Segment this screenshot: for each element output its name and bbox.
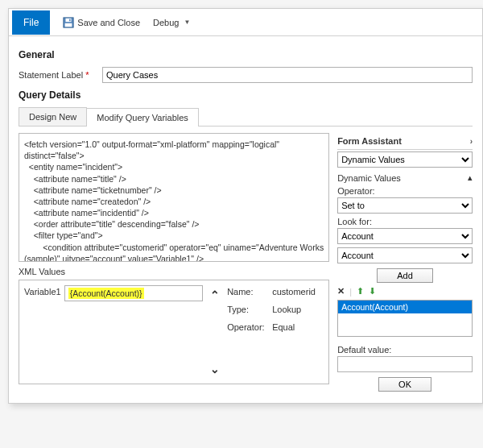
move-up-icon[interactable]: ⌃ [210, 288, 220, 301]
statement-label-text: Statement Label * [19, 70, 99, 80]
meta-op-value: Equal [272, 322, 295, 332]
save-icon [63, 17, 74, 28]
query-tabs: Design New Modify Query Variables [19, 107, 473, 127]
add-button[interactable]: Add [377, 268, 433, 283]
operator-select[interactable]: Set to [337, 197, 473, 214]
meta-op-label: Operator: [227, 322, 267, 332]
required-asterisk: * [85, 70, 89, 80]
lookfor-entity-select[interactable]: Account [337, 228, 473, 244]
content-area: General Statement Label * Query Details … [9, 36, 482, 403]
variable-row: Variable1 {Account(Account)} [24, 285, 203, 379]
form-assistant-header[interactable]: Form Assistant › [337, 133, 473, 150]
general-heading: General [19, 49, 473, 60]
app-window: File Save and Close Debug ▼ General Stat… [8, 8, 483, 404]
move-down-icon[interactable]: ⌄ [210, 363, 220, 375]
meta-name-value: customerid [272, 287, 316, 297]
debug-label: Debug [153, 18, 179, 27]
default-value-input[interactable] [337, 356, 473, 372]
selected-token[interactable]: Account(Account) [338, 301, 472, 313]
svg-rect-1 [65, 23, 72, 26]
lookfor-field-select[interactable]: Account [337, 247, 473, 263]
debug-menu[interactable]: Debug ▼ [153, 18, 190, 27]
statement-label-input[interactable] [102, 67, 473, 83]
chevron-down-icon: ▼ [184, 19, 190, 26]
svg-rect-3 [69, 19, 71, 21]
meta-name-label: Name: [227, 287, 267, 297]
statement-label-row: Statement Label * [19, 67, 473, 83]
dynamic-values-subheader[interactable]: Dynamic Values ▴ [337, 172, 473, 183]
remove-token-icon[interactable]: ✕ [337, 286, 345, 297]
save-and-close-button[interactable]: Save and Close [63, 17, 140, 28]
file-menu[interactable]: File [12, 10, 50, 35]
main-columns: <fetch version="1.0" output-format="xml-… [19, 133, 473, 395]
default-value-label: Default value: [337, 345, 473, 355]
save-close-label: Save and Close [77, 18, 140, 27]
form-assistant-panel: Form Assistant › Dynamic Values Dynamic … [337, 133, 473, 395]
separator: | [349, 287, 352, 297]
collapse-icon: ▴ [468, 172, 473, 183]
xml-values-panel: Variable1 {Account(Account)} ⌃ ⌄ Name:cu… [19, 280, 329, 384]
dynamic-values-select[interactable]: Dynamic Values [337, 151, 473, 168]
xml-values-label: XML Values [19, 267, 329, 276]
meta-type-label: Type: [227, 305, 267, 314]
dynamic-values-sublabel: Dynamic Values [337, 173, 401, 183]
variable-token: {Account(Account)} [68, 288, 144, 299]
variable1-label: Variable1 [24, 285, 61, 297]
lookfor-label: Look for: [337, 217, 473, 226]
variable-meta: Name:customerid Type:Lookup Operator:Equ… [227, 285, 324, 379]
token-up-icon[interactable]: ⬆ [357, 286, 364, 297]
form-assistant-title: Form Assistant [337, 136, 402, 146]
reorder-arrows: ⌃ ⌄ [208, 285, 222, 379]
top-toolbar: File Save and Close Debug ▼ [9, 9, 482, 36]
query-details-heading: Query Details [19, 89, 473, 101]
token-list[interactable]: Account(Account) [337, 300, 473, 337]
ok-button[interactable]: OK [378, 377, 431, 392]
chevron-right-icon: › [470, 137, 473, 146]
variable1-input[interactable]: {Account(Account)} [64, 285, 203, 301]
left-column: <fetch version="1.0" output-format="xml-… [19, 133, 329, 395]
meta-type-value: Lookup [272, 305, 301, 314]
token-down-icon[interactable]: ⬇ [369, 286, 376, 297]
tab-design-new[interactable]: Design New [19, 107, 87, 126]
token-actions: ✕ | ⬆ ⬇ [337, 286, 473, 297]
operator-label: Operator: [337, 186, 473, 196]
tab-modify-query-variables[interactable]: Modify Query Variables [86, 108, 199, 127]
fetchxml-textarea[interactable]: <fetch version="1.0" output-format="xml-… [19, 133, 329, 262]
